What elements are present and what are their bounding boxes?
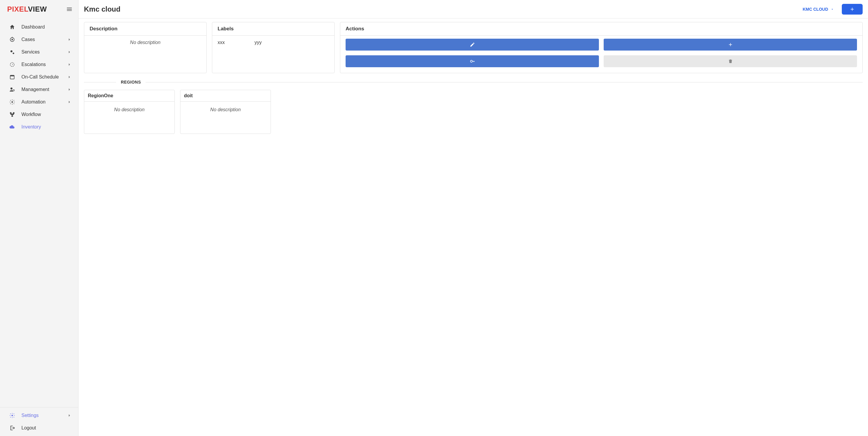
- svg-point-15: [470, 60, 472, 63]
- region-card[interactable]: doit No description: [180, 90, 271, 134]
- sidebar-header: PIXELVIEW: [0, 0, 78, 19]
- add-button[interactable]: [842, 4, 863, 14]
- main-header: Kmc cloud KMC CLOUD: [79, 0, 868, 19]
- gear-icon: [9, 412, 16, 419]
- edit-button[interactable]: [346, 39, 599, 51]
- regions-row: RegionOne No description doit No descrip…: [84, 90, 863, 134]
- sidebar-item-management[interactable]: Management: [0, 83, 78, 96]
- brand-logo: PIXELVIEW: [7, 5, 47, 13]
- sidebar-item-cases[interactable]: Cases: [0, 33, 78, 46]
- sidebar-item-oncall[interactable]: On-Call Schedule: [0, 71, 78, 83]
- content: Description No description Labels xxx yy…: [79, 19, 868, 137]
- region-desc: No description: [84, 102, 175, 134]
- gear-icon: [9, 99, 16, 105]
- cloud-selector-label: KMC CLOUD: [803, 7, 828, 11]
- plus-icon: [849, 6, 855, 12]
- svg-rect-13: [11, 115, 13, 117]
- sidebar: PIXELVIEW Dashboard Cases: [0, 0, 79, 436]
- sidebar-item-label: Workflow: [22, 112, 72, 117]
- chevron-right-icon: [67, 37, 72, 42]
- sidebar-item-settings[interactable]: Settings: [0, 409, 78, 422]
- chevron-right-icon: [67, 62, 72, 67]
- sidebar-item-services[interactable]: Services: [0, 46, 78, 58]
- sidebar-item-label: Settings: [22, 413, 61, 418]
- svg-point-4: [13, 53, 14, 54]
- caret-down-icon: [831, 7, 834, 11]
- sidebar-item-label: On-Call Schedule: [22, 74, 61, 80]
- main-area: Kmc cloud KMC CLOUD Description No descr…: [79, 0, 868, 436]
- calendar-icon: [9, 74, 16, 80]
- regions-divider: REGIONS: [84, 80, 863, 85]
- sidebar-item-workflow[interactable]: Workflow: [0, 108, 78, 121]
- labels-card: Labels xxx yyy: [212, 22, 335, 73]
- target-icon: [9, 36, 16, 43]
- cloud-icon: [9, 124, 16, 130]
- label-tag: xxx: [218, 40, 225, 69]
- svg-point-8: [10, 88, 12, 90]
- summary-row: Description No description Labels xxx yy…: [84, 22, 863, 73]
- user-gear-icon: [9, 86, 16, 93]
- regions-section-label: REGIONS: [116, 80, 146, 85]
- workflow-icon: [9, 111, 16, 118]
- sidebar-item-label: Dashboard: [22, 24, 72, 30]
- sidebar-item-label: Cases: [22, 37, 61, 42]
- sidebar-item-logout[interactable]: Logout: [0, 422, 78, 434]
- chevron-right-icon: [67, 50, 72, 55]
- chevron-right-icon: [67, 87, 72, 92]
- card-title: Description: [84, 22, 206, 36]
- sidebar-item-label: Escalations: [22, 62, 61, 67]
- escalation-icon: [9, 61, 16, 68]
- trash-icon: [728, 59, 733, 64]
- logo-view: VIEW: [28, 5, 47, 13]
- sidebar-item-label: Inventory: [22, 124, 72, 130]
- hamburger-icon: [66, 6, 73, 12]
- svg-point-1: [11, 39, 13, 40]
- card-title: Actions: [340, 22, 862, 36]
- svg-rect-7: [10, 75, 14, 76]
- credentials-button[interactable]: [346, 55, 599, 67]
- sidebar-item-escalations[interactable]: Escalations: [0, 58, 78, 71]
- actions-card: Actions: [340, 22, 863, 73]
- svg-rect-11: [10, 112, 11, 114]
- sidebar-footer: Settings Logout: [0, 407, 78, 436]
- pencil-icon: [470, 42, 475, 47]
- key-icon: [469, 58, 475, 64]
- hamburger-menu-button[interactable]: [66, 6, 73, 13]
- sidebar-item-label: Logout: [22, 425, 72, 431]
- sidebar-item-label: Automation: [22, 99, 61, 105]
- description-body: No description: [84, 36, 206, 73]
- card-title: Labels: [212, 22, 334, 36]
- region-card[interactable]: RegionOne No description: [84, 90, 175, 134]
- chevron-right-icon: [67, 413, 72, 418]
- chevron-right-icon: [67, 75, 72, 79]
- chevron-right-icon: [67, 100, 72, 104]
- sidebar-item-inventory[interactable]: Inventory: [0, 121, 78, 133]
- plus-icon: [728, 42, 733, 47]
- sidebar-item-label: Services: [22, 49, 61, 55]
- labels-body: xxx yyy: [212, 36, 334, 73]
- svg-rect-12: [13, 112, 14, 114]
- region-desc: No description: [180, 102, 271, 134]
- description-card: Description No description: [84, 22, 207, 73]
- home-icon: [9, 24, 16, 30]
- logo-pixel: PIXEL: [7, 5, 28, 13]
- svg-point-9: [13, 90, 14, 91]
- svg-point-14: [11, 415, 13, 416]
- region-name: doit: [180, 90, 271, 102]
- region-name: RegionOne: [84, 90, 175, 102]
- logout-icon: [9, 425, 16, 431]
- add-region-button[interactable]: [604, 39, 857, 51]
- svg-point-3: [10, 50, 12, 52]
- gears-icon: [9, 49, 16, 55]
- sidebar-item-label: Management: [22, 87, 61, 92]
- label-tag: yyy: [254, 40, 262, 69]
- sidebar-item-dashboard[interactable]: Dashboard: [0, 21, 78, 33]
- primary-nav: Dashboard Cases Services Escalatio: [0, 19, 78, 407]
- sidebar-item-automation[interactable]: Automation: [0, 96, 78, 108]
- page-title: Kmc cloud: [84, 5, 795, 13]
- svg-point-10: [11, 101, 13, 103]
- cloud-selector-dropdown[interactable]: KMC CLOUD: [800, 5, 837, 13]
- actions-grid: [340, 36, 862, 71]
- delete-button: [604, 55, 857, 67]
